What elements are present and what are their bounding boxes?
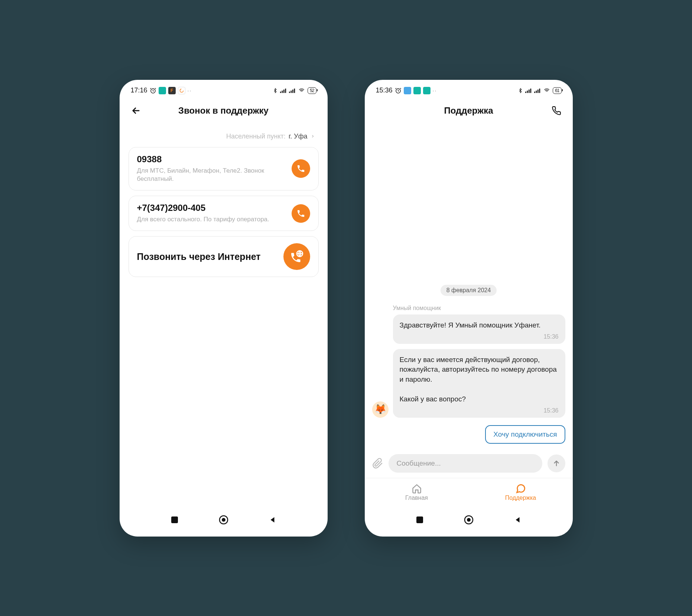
message-text: Здравствуйте! Я Умный помощник Уфанет. (400, 320, 559, 330)
card-subtitle: Для всего остального. По тарифу оператор… (137, 215, 286, 224)
chevron-right-icon (311, 134, 315, 139)
chat-sender-name: Умный помощник (393, 305, 565, 312)
app-badge-icon (404, 87, 411, 94)
signal-icon (280, 88, 287, 93)
phone-icon[interactable] (292, 159, 310, 178)
svg-rect-18 (530, 88, 532, 93)
nav-support[interactable]: Поддержка (469, 478, 573, 507)
svg-rect-17 (529, 89, 530, 93)
nav-label: Поддержка (505, 495, 536, 501)
recent-apps-button[interactable] (416, 516, 424, 524)
card-title: 09388 (137, 154, 286, 164)
svg-rect-4 (283, 89, 285, 93)
card-title: Позвонить через Интернет (137, 251, 277, 262)
message-time: 15:36 (400, 333, 559, 340)
call-button[interactable] (549, 106, 564, 115)
call-card-landline[interactable]: +7(347)2900-405 Для всего остального. По… (129, 196, 319, 231)
svg-rect-7 (291, 91, 292, 93)
page-title: Звонок в поддержку (120, 105, 328, 116)
nav-label: Главная (405, 495, 428, 501)
card-subtitle: Для МТС, Билайн, Мегафон, Теле2. Звонок … (137, 167, 286, 184)
app-badge-icon (178, 87, 185, 94)
chat-message: 🦊 Здравствуйте! Я Умный помощник Уфанет.… (372, 314, 565, 344)
phone-icon[interactable] (292, 204, 310, 223)
svg-rect-11 (171, 516, 178, 523)
alarm-icon (395, 87, 402, 94)
svg-rect-2 (280, 91, 281, 93)
chat-date: 8 февраля 2024 (441, 285, 497, 296)
attach-icon[interactable] (372, 458, 383, 469)
svg-rect-23 (416, 516, 423, 523)
svg-rect-22 (539, 88, 540, 93)
svg-rect-3 (282, 91, 283, 93)
svg-rect-20 (536, 91, 537, 93)
message-text: Если у вас имеется действующий договор, … (400, 355, 559, 404)
phone-call-support: 17:16 F ·· 52 Звонок в поддержку (120, 80, 328, 537)
send-button[interactable] (548, 454, 565, 472)
message-input[interactable]: Сообщение... (389, 454, 542, 473)
svg-rect-6 (289, 91, 290, 93)
avatar: 🦊 (372, 401, 389, 418)
phone-support-chat: 15:36 ·· 61 Поддержка 8 февраля 2024 (365, 80, 573, 537)
svg-rect-21 (537, 89, 539, 93)
nav-home[interactable]: Главная (365, 478, 469, 507)
quick-reply-button[interactable]: Хочу подключиться (485, 425, 565, 444)
app-badge-icon (423, 87, 431, 94)
android-nav-bar (120, 507, 328, 537)
location-label: Населенный пункт: (226, 133, 286, 140)
back-nav-button[interactable] (269, 516, 277, 524)
app-badge-icon: F (168, 87, 176, 94)
recent-apps-button[interactable] (170, 516, 179, 524)
card-title: +7(347)2900-405 (137, 203, 286, 213)
battery-icon: 52 (308, 87, 316, 94)
chat-message: 🦊 Если у вас имеется действующий договор… (372, 349, 565, 418)
more-icon: ·· (188, 88, 192, 94)
call-card-internet[interactable]: Позвонить через Интернет (129, 236, 319, 277)
back-button[interactable] (129, 105, 143, 116)
back-nav-button[interactable] (514, 516, 522, 524)
bottom-nav: Главная Поддержка (365, 478, 573, 507)
android-nav-bar (365, 507, 573, 537)
svg-point-1 (180, 89, 183, 92)
wifi-icon (543, 88, 550, 94)
app-badge-icon (413, 87, 421, 94)
status-bar: 17:16 F ·· 52 (120, 80, 328, 98)
app-header: Поддержка (365, 98, 573, 124)
bluetooth-icon (273, 87, 278, 94)
status-time: 15:36 (376, 87, 393, 94)
svg-point-25 (467, 518, 471, 522)
more-icon: ·· (433, 88, 437, 94)
chat-input-bar: Сообщение... (365, 450, 573, 478)
svg-rect-5 (285, 88, 286, 93)
home-button[interactable] (218, 515, 229, 525)
message-time: 15:36 (400, 407, 559, 414)
home-button[interactable] (464, 515, 474, 525)
wifi-icon (298, 88, 305, 94)
svg-rect-19 (534, 91, 535, 93)
location-selector[interactable]: Населенный пункт: г. Уфа (120, 124, 328, 147)
internet-call-icon[interactable] (283, 243, 310, 270)
app-badge-icon (159, 87, 166, 94)
alarm-icon (150, 87, 156, 94)
call-card-short-number[interactable]: 09388 Для МТС, Билайн, Мегафон, Теле2. З… (129, 147, 319, 191)
signal-icon (534, 88, 541, 93)
signal-icon (289, 88, 296, 93)
status-time: 17:16 (131, 87, 147, 94)
svg-rect-8 (292, 89, 293, 93)
svg-rect-16 (527, 91, 528, 93)
signal-icon (525, 88, 532, 93)
battery-icon: 61 (553, 87, 561, 94)
bluetooth-icon (518, 87, 523, 94)
status-bar: 15:36 ·· 61 (365, 80, 573, 98)
app-header: Звонок в поддержку (120, 98, 328, 124)
svg-rect-9 (294, 88, 295, 93)
location-value: г. Уфа (289, 133, 308, 140)
chat-body: 8 февраля 2024 Умный помощник 🦊 Здравств… (365, 124, 573, 450)
page-title: Поддержка (365, 105, 573, 116)
svg-rect-15 (525, 91, 526, 93)
svg-point-13 (222, 518, 225, 522)
